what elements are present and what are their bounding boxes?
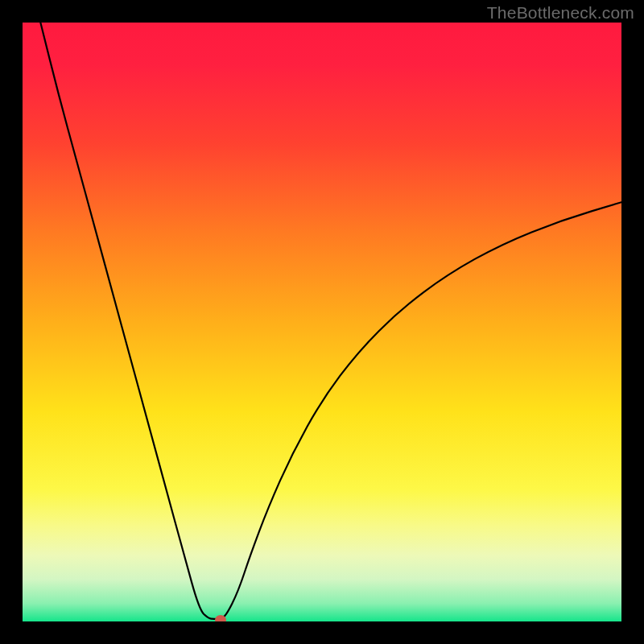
optimal-point-marker <box>215 615 226 621</box>
watermark-text: TheBottleneck.com <box>487 3 634 23</box>
chart-container: TheBottleneck.com <box>0 0 644 644</box>
bottleneck-curve <box>23 23 621 621</box>
plot-area <box>23 23 621 621</box>
